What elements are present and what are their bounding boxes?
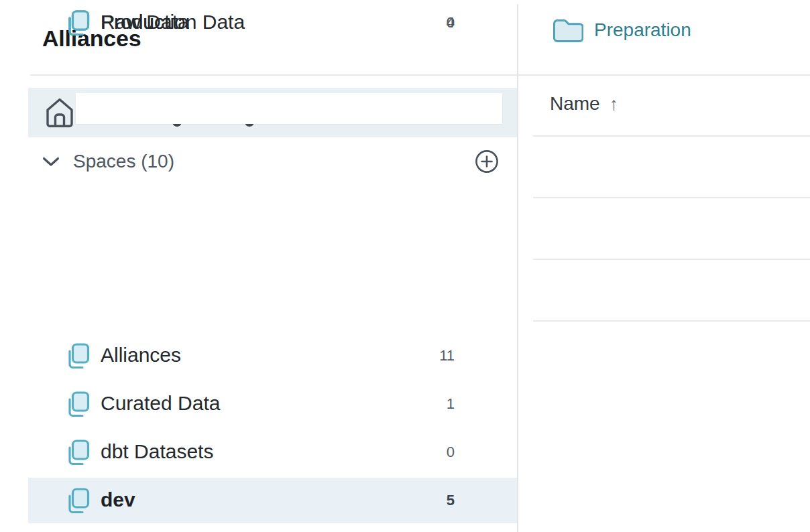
panel-divider	[517, 4, 518, 532]
spaces-section-label: Spaces (10)	[73, 151, 174, 172]
name-column-header[interactable]: Name ↑	[550, 93, 618, 115]
row-divider	[533, 259, 810, 260]
space-item-alliances[interactable]: Alliances 11	[28, 333, 517, 379]
space-item-count: 11	[439, 347, 455, 364]
space-item-count: 4	[447, 14, 455, 31]
space-icon	[65, 438, 91, 468]
space-item-label: Raw Data	[101, 11, 189, 34]
space-icon	[65, 9, 91, 38]
space-item-count: 0	[447, 444, 455, 461]
sidebar-title-divider	[30, 74, 517, 76]
home-icon	[44, 96, 75, 129]
space-item-label: Alliances	[101, 344, 181, 367]
spaces-section-toggle[interactable]: Spaces (10)	[28, 144, 174, 179]
content-title-divider	[518, 74, 810, 76]
space-item-count: 1	[447, 395, 455, 413]
home-item[interactable]	[28, 88, 517, 137]
space-item-label: dbt Datasets	[101, 440, 213, 463]
space-icon	[65, 390, 91, 419]
add-space-button[interactable]	[475, 149, 499, 174]
spaces-section-header: Spaces (10)	[28, 144, 517, 179]
folder-row-preparation[interactable]: Preparation	[518, 0, 810, 61]
row-divider	[533, 320, 810, 322]
plus-circle-icon	[475, 149, 499, 174]
space-item-label: dev	[101, 488, 135, 511]
chevron-down-icon	[42, 157, 60, 167]
space-item-curated-data[interactable]: Curated Data 1	[28, 381, 517, 427]
space-item-raw-data[interactable]: Raw Data 4	[28, 0, 517, 46]
space-icon	[65, 486, 91, 516]
space-item-count: 5	[447, 492, 455, 509]
space-item-dbt-datasets[interactable]: dbt Datasets 0	[28, 429, 517, 475]
space-item-label: Curated Data	[101, 392, 220, 415]
app-window: Alliances Spaces (10)	[0, 0, 810, 532]
name-column-label: Name	[550, 93, 600, 115]
folder-row-label: Preparation	[594, 19, 691, 41]
redaction-overlay	[76, 93, 502, 124]
space-item-dev[interactable]: dev 5	[28, 478, 517, 523]
folder-icon	[552, 17, 583, 44]
table-header-divider	[533, 135, 810, 137]
sort-asc-icon: ↑	[610, 95, 619, 113]
row-divider	[533, 197, 810, 198]
space-icon	[65, 342, 91, 371]
